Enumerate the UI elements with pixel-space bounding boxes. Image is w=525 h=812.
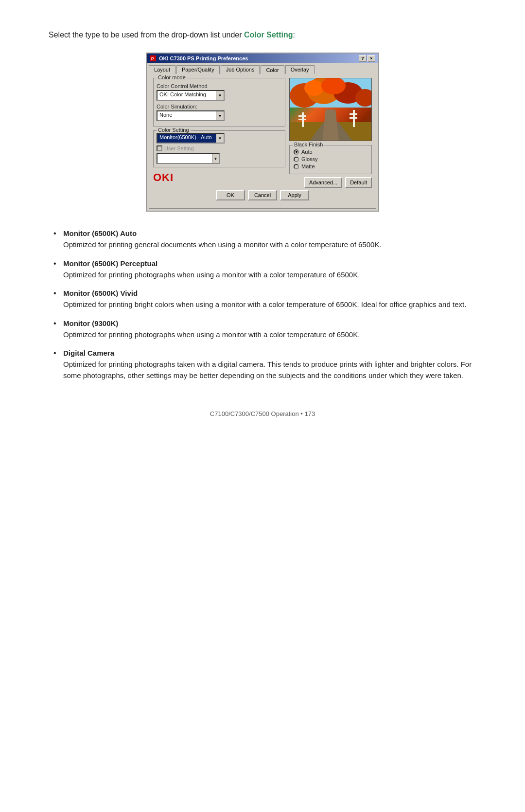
color-mode-group: Color mode Color Control Method OKI Colo… bbox=[153, 78, 285, 126]
dialog-window: P OKI C7300 PS Printing Preferences ? × … bbox=[146, 53, 379, 212]
list-item-4-title: Monitor (9300K) bbox=[63, 319, 476, 327]
oki-logo: OKI bbox=[153, 171, 285, 184]
color-simulation-dropdown-arrow[interactable]: ▼ bbox=[216, 111, 224, 120]
dialog-left: Color mode Color Control Method OKI Colo… bbox=[153, 78, 285, 188]
tab-overlay[interactable]: Overlay bbox=[285, 65, 315, 74]
radio-glossy-row[interactable]: Glossy bbox=[294, 156, 368, 162]
list-item-2: Monitor (6500K) Perceptual Optimized for… bbox=[49, 259, 476, 281]
list-item-4-desc: Optimized for printing photographs when … bbox=[63, 329, 476, 341]
list-item-3-title: Monitor (6500K) Vivid bbox=[63, 289, 476, 297]
list-item-2-desc: Optimized for printing photographs when … bbox=[63, 270, 476, 281]
list-item-5-title: Digital Camera bbox=[63, 349, 476, 357]
color-control-label: Color Control Method bbox=[157, 83, 282, 89]
cancel-button[interactable]: Cancel bbox=[248, 190, 277, 200]
color-setting-dropdown-arrow[interactable]: ▼ bbox=[216, 134, 224, 143]
color-simulation-select[interactable]: None ▼ bbox=[157, 110, 225, 121]
radio-matte-row[interactable]: Matte bbox=[294, 163, 368, 169]
svg-rect-13 bbox=[298, 119, 306, 120]
black-finish-group-label: Black Finish bbox=[293, 142, 324, 147]
user-setting-select[interactable]: ▼ bbox=[157, 153, 220, 164]
intro-text-before: Select the type to be used from the drop… bbox=[49, 31, 244, 39]
list-item-5-desc: Optimized for printing photographs taken… bbox=[63, 359, 476, 381]
intro-paragraph: Select the type to be used from the drop… bbox=[49, 29, 476, 41]
help-button[interactable]: ? bbox=[359, 55, 367, 62]
radio-auto-row[interactable]: Auto bbox=[294, 149, 368, 155]
page-footer: C7100/C7300/C7500 Operation • 173 bbox=[49, 410, 476, 417]
user-setting-label: User Setting bbox=[164, 145, 194, 151]
dialog-main-area: Color mode Color Control Method OKI Colo… bbox=[153, 78, 372, 188]
color-control-dropdown-arrow[interactable]: ▼ bbox=[216, 91, 224, 100]
dialog-titlebar-buttons: ? × bbox=[359, 55, 375, 62]
svg-text:P: P bbox=[151, 56, 155, 61]
svg-rect-16 bbox=[350, 117, 357, 119]
footer-text: C7100/C7300/C7500 Operation • 173 bbox=[210, 410, 315, 417]
dialog-titlebar-left: P OKI C7300 PS Printing Preferences bbox=[150, 55, 248, 62]
list-section: Monitor (6500K) Auto Optimized for print… bbox=[49, 229, 476, 381]
svg-rect-12 bbox=[298, 115, 306, 117]
dialog-titlebar: P OKI C7300 PS Printing Preferences ? × bbox=[147, 54, 378, 63]
intro-highlight: Color Setting bbox=[244, 31, 293, 39]
radio-glossy[interactable] bbox=[294, 157, 299, 162]
color-mode-group-label: Color mode bbox=[157, 74, 187, 80]
preview-svg bbox=[290, 78, 372, 141]
list-item-4: Monitor (9300K) Optimized for printing p… bbox=[49, 319, 476, 341]
color-control-select[interactable]: OKI Color Matching ▼ bbox=[157, 90, 225, 101]
radio-auto[interactable] bbox=[294, 149, 299, 155]
ok-button[interactable]: OK bbox=[216, 190, 245, 200]
dialog-title-icon: P bbox=[150, 55, 157, 62]
svg-point-7 bbox=[304, 80, 324, 96]
radio-auto-label: Auto bbox=[301, 149, 313, 155]
user-setting-dropdown-arrow[interactable]: ▼ bbox=[212, 154, 219, 163]
list-item-5: Digital Camera Optimized for printing ph… bbox=[49, 349, 476, 381]
black-finish-group: Black Finish Auto Glossy Matte bbox=[289, 145, 372, 174]
radio-glossy-label: Glossy bbox=[301, 156, 318, 162]
tab-joboptions[interactable]: Job Options bbox=[221, 65, 260, 74]
dialog-tabs: Layout Paper/Quality Job Options Color O… bbox=[147, 63, 378, 74]
advanced-button[interactable]: Advanced... bbox=[304, 177, 342, 188]
tab-layout[interactable]: Layout bbox=[149, 65, 175, 74]
list-item-1-title: Monitor (6500K) Auto bbox=[63, 229, 476, 237]
list-item-2-title: Monitor (6500K) Perceptual bbox=[63, 259, 476, 268]
list-item-1: Monitor (6500K) Auto Optimized for print… bbox=[49, 229, 476, 251]
list-item-1-desc: Optimized for printing general documents… bbox=[63, 239, 476, 251]
color-setting-select[interactable]: Monitor(6500K) - Auto ▼ bbox=[157, 133, 225, 144]
user-setting-select-text bbox=[158, 154, 212, 163]
dialog-content: Color mode Color Control Method OKI Colo… bbox=[149, 74, 376, 209]
color-setting-group-label: Color Setting bbox=[157, 127, 191, 133]
advanced-default-row: Advanced... Default bbox=[289, 177, 372, 188]
color-setting-value: Monitor(6500K) - Auto bbox=[158, 134, 216, 143]
color-control-value: OKI Color Matching bbox=[158, 91, 216, 100]
close-button[interactable]: × bbox=[368, 55, 375, 62]
preview-image bbox=[289, 78, 372, 141]
user-setting-checkbox[interactable] bbox=[157, 145, 162, 151]
list-item-3: Monitor (6500K) Vivid Optimized for prin… bbox=[49, 289, 476, 310]
color-simulation-value: None bbox=[158, 111, 216, 120]
dialog-right: Black Finish Auto Glossy Matte bbox=[289, 78, 372, 188]
dialog-title-text: OKI C7300 PS Printing Preferences bbox=[159, 55, 248, 61]
color-simulation-label: Color Simulation: bbox=[157, 104, 282, 109]
default-button[interactable]: Default bbox=[345, 177, 372, 188]
color-setting-group: Color Setting Monitor(6500K) - Auto ▼ Us… bbox=[153, 130, 285, 167]
intro-colon: : bbox=[293, 31, 295, 39]
radio-matte-label: Matte bbox=[301, 163, 315, 169]
dialog-bottom-bar: OK Cancel Apply bbox=[153, 188, 372, 204]
svg-rect-15 bbox=[350, 113, 357, 115]
user-setting-row: User Setting bbox=[157, 145, 282, 151]
tab-color[interactable]: Color bbox=[261, 65, 284, 74]
radio-matte[interactable] bbox=[294, 164, 299, 169]
apply-button[interactable]: Apply bbox=[280, 190, 309, 200]
list-item-3-desc: Optimized for printing bright colors whe… bbox=[63, 299, 476, 310]
tab-paperquality[interactable]: Paper/Quality bbox=[176, 65, 220, 74]
